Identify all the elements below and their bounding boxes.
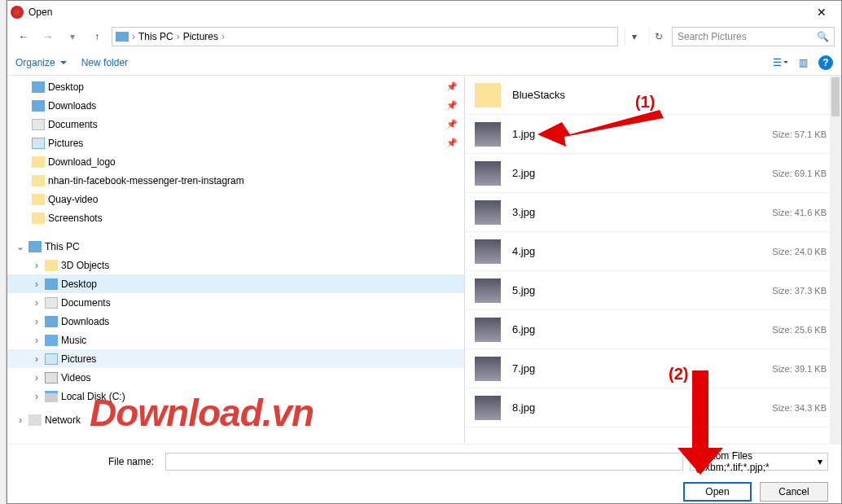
- file-row[interactable]: 7.jpgSize: 39.1 KB: [465, 349, 841, 388]
- tree-item-pictures[interactable]: ›Pictures: [7, 349, 464, 368]
- file-size: Size: 25.6 KB: [772, 325, 827, 335]
- forward-button[interactable]: →: [38, 27, 58, 46]
- file-row[interactable]: 3.jpgSize: 41.6 KB: [465, 193, 841, 232]
- image-thumbnail: [475, 278, 501, 303]
- view-options-button[interactable]: ☰: [773, 55, 787, 70]
- tree-item-folder[interactable]: Screenshots: [7, 208, 464, 227]
- expand-icon[interactable]: ›: [32, 335, 42, 346]
- file-name: 8.jpg: [512, 401, 772, 414]
- tree-item-pictures[interactable]: Pictures📌: [7, 134, 464, 152]
- open-button[interactable]: Open: [683, 482, 752, 502]
- file-row[interactable]: 6.jpgSize: 25.6 KB: [465, 310, 841, 349]
- recent-dropdown[interactable]: ▾: [63, 27, 82, 46]
- help-button[interactable]: ?: [818, 55, 833, 70]
- filename-input[interactable]: [165, 453, 683, 471]
- tree-item-desktop[interactable]: ›Desktop: [7, 274, 464, 293]
- videos-icon: [45, 372, 58, 383]
- cropped-background: [0, 0, 7, 504]
- file-size: Size: 57.1 KB: [772, 129, 827, 139]
- file-info: 6.jpg: [512, 323, 772, 335]
- folder-icon: [32, 213, 45, 224]
- tree-label: Local Disk (C:): [61, 391, 125, 402]
- network-icon: [29, 414, 42, 426]
- file-info: 4.jpg: [512, 245, 772, 257]
- file-info: BlueStacks: [512, 89, 827, 101]
- file-name: 4.jpg: [512, 245, 772, 257]
- image-thumbnail: [475, 357, 501, 381]
- filetype-dropdown[interactable]: Custom Files (*.xbm;*.tif;*.pjp;* ▾: [690, 453, 828, 471]
- expand-icon[interactable]: ›: [32, 353, 42, 365]
- file-row[interactable]: 8.jpgSize: 34.3 KB: [465, 388, 841, 427]
- tree-item-downloads[interactable]: ›Downloads: [7, 312, 464, 331]
- open-dialog: Open ✕ ← → ▾ ↑ › This PC › Pictures › ▾ …: [7, 0, 842, 504]
- file-row[interactable]: 2.jpgSize: 69.1 KB: [465, 154, 841, 193]
- window-title: Open: [29, 7, 52, 18]
- preview-pane-button[interactable]: ▥: [796, 55, 810, 70]
- breadcrumb[interactable]: This PC: [135, 31, 177, 42]
- file-info: 7.jpg: [512, 362, 772, 375]
- tree-item-desktop[interactable]: Desktop📌: [7, 77, 464, 96]
- filename-bar: File name: Custom Files (*.xbm;*.tif;*.p…: [7, 444, 841, 479]
- cancel-button[interactable]: Cancel: [760, 482, 828, 502]
- file-name: 3.jpg: [512, 206, 772, 218]
- expand-icon[interactable]: ›: [32, 260, 42, 271]
- tree-item-music[interactable]: ›Music: [7, 331, 464, 349]
- tree-label: Desktop: [61, 278, 97, 290]
- up-button[interactable]: ↑: [87, 27, 107, 46]
- breadcrumb[interactable]: Pictures: [180, 31, 221, 42]
- image-thumbnail: [475, 200, 501, 225]
- file-row[interactable]: 4.jpgSize: 24.0 KB: [465, 232, 841, 271]
- organize-button[interactable]: Organize: [15, 57, 67, 68]
- expand-icon[interactable]: ›: [32, 278, 42, 290]
- newfolder-button[interactable]: New folder: [81, 57, 128, 68]
- toolbar: Organize New folder ☰ ▥ ?: [7, 50, 841, 76]
- refresh-button[interactable]: ↻: [649, 28, 667, 46]
- file-row[interactable]: 5.jpgSize: 37.3 KB: [465, 271, 841, 310]
- file-list: BlueStacks1.jpgSize: 57.1 KB2.jpgSize: 6…: [465, 76, 841, 444]
- tree-item-folder[interactable]: nhan-tin-facebook-messenger-tren-instagr…: [7, 171, 464, 190]
- tree-item-folder[interactable]: Download_logo: [7, 152, 464, 171]
- file-row[interactable]: BlueStacks: [465, 76, 841, 115]
- tree-item-documents[interactable]: Documents📌: [7, 115, 464, 134]
- tree-item-thispc[interactable]: ⌄This PC: [7, 237, 464, 256]
- desktop-icon: [45, 278, 58, 290]
- search-input[interactable]: Search Pictures 🔍: [672, 27, 835, 46]
- file-row[interactable]: 1.jpgSize: 57.1 KB: [465, 115, 841, 154]
- tree-item-localdisk[interactable]: ›Local Disk (C:): [7, 387, 464, 405]
- tree-label: Downloads: [48, 100, 96, 112]
- tree-item-3dobjects[interactable]: ›3D Objects: [7, 256, 464, 274]
- expand-icon[interactable]: ›: [15, 414, 25, 426]
- image-thumbnail: [475, 161, 501, 186]
- close-button[interactable]: ✕: [805, 1, 838, 24]
- address-history-dropdown[interactable]: ▾: [625, 28, 642, 46]
- image-thumbnail: [475, 122, 501, 147]
- scrollbar-thumb[interactable]: [831, 77, 840, 116]
- navigation-tree: Desktop📌 Downloads📌 Documents📌 Pictures📌…: [7, 76, 465, 444]
- tree-item-downloads[interactable]: Downloads📌: [7, 96, 464, 115]
- back-button[interactable]: ←: [14, 27, 33, 46]
- file-name: BlueStacks: [512, 89, 827, 101]
- tree-item-folder[interactable]: Quay-video: [7, 190, 464, 208]
- address-bar[interactable]: › This PC › Pictures ›: [112, 27, 618, 46]
- app-icon: [11, 6, 24, 19]
- documents-icon: [45, 297, 58, 309]
- collapse-icon[interactable]: ⌄: [15, 241, 25, 252]
- expand-icon[interactable]: ›: [32, 316, 42, 327]
- folder-icon: [32, 156, 45, 168]
- tree-label: Downloads: [61, 316, 109, 327]
- tree-item-documents[interactable]: ›Documents: [7, 293, 464, 312]
- tree-label: Pictures: [61, 353, 96, 365]
- tree-item-network[interactable]: ›Network: [7, 410, 464, 429]
- file-info: 2.jpg: [512, 167, 772, 179]
- disk-icon: [45, 391, 58, 402]
- expand-icon[interactable]: ›: [32, 372, 42, 383]
- file-size: Size: 69.1 KB: [772, 169, 827, 178]
- filetype-text: Custom Files (*.xbm;*.tif;*.pjp;*: [695, 450, 818, 473]
- music-icon: [45, 335, 58, 346]
- expand-icon[interactable]: ›: [32, 297, 42, 309]
- file-size: Size: 34.3 KB: [772, 403, 827, 413]
- tree-item-videos[interactable]: ›Videos: [7, 368, 464, 387]
- expand-icon[interactable]: ›: [32, 391, 42, 402]
- desktop-icon: [32, 81, 45, 93]
- scrollbar[interactable]: [830, 76, 841, 444]
